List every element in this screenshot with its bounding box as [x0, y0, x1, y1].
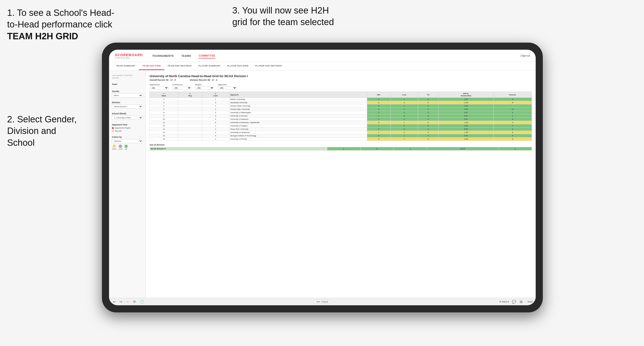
sidebar-team-section: Team — [112, 83, 143, 86]
cell-diff: -1.00 — [438, 131, 494, 134]
cell-loss: 1 — [390, 121, 418, 124]
colour-label: Colour by — [112, 136, 143, 138]
school-select[interactable]: 1. University of Nort... — [112, 116, 143, 120]
division-select[interactable]: NCAA Division I NCAA Division II NCAA Di… — [112, 105, 143, 109]
school-label: School (Rank) — [112, 112, 143, 115]
refresh-button[interactable]: ⟳ — [132, 299, 137, 304]
cell-loss: 0 — [390, 118, 418, 121]
table-row: 14 2 University of Oklahoma 1 2 0 -1.00 … — [150, 131, 532, 134]
cell-reg — [178, 101, 202, 104]
gender-label: Gender — [112, 90, 143, 93]
nav-teams[interactable]: TEAMS — [181, 53, 191, 58]
watch-button[interactable]: 👁 Watch ▾ — [499, 301, 509, 303]
cell-rounds: 9 — [494, 98, 532, 101]
cell-win: 1 — [367, 124, 390, 128]
radio-opponents-played[interactable]: Opponents Played — [112, 127, 143, 129]
cell-tie: 0 — [418, 101, 438, 104]
cell-win: 2 — [367, 98, 390, 101]
cell-win: 0 — [367, 121, 390, 124]
cell-diff: -4.33 — [438, 121, 494, 124]
radio-circle-unselected — [112, 130, 114, 132]
cell-rounds: 9 — [494, 138, 532, 141]
tab-player-h2h-grid[interactable]: PLAYER H2H GRID — [224, 62, 252, 70]
cell-loss: 4 — [390, 101, 418, 104]
col-reg: #Reg — [178, 92, 202, 98]
cell-reg — [178, 124, 202, 128]
h2h-table: #Rank #Reg #Conf Opponent Win Loss Tie D… — [150, 92, 532, 141]
tab-team-summary[interactable]: TEAM SUMMARY — [113, 62, 139, 70]
cell-win: 4 — [367, 108, 390, 111]
tab-player-summary[interactable]: PLAYER SUMMARY — [195, 62, 224, 70]
overall-record: Overall Record: 89 - 17 - 0 — [150, 79, 176, 81]
cell-opponent: University of Oklahoma — [229, 131, 367, 134]
cell-rank: 10 — [150, 118, 178, 121]
opponents-filter-select[interactable]: (All) — [150, 86, 168, 90]
gender-select[interactable]: Men's Women's — [112, 93, 143, 98]
cell-conf: 2 — [202, 108, 229, 111]
nav-tournaments[interactable]: TOURNAMENTS — [152, 53, 174, 58]
sidebar-colour-section: Colour by Win/loss Margin Down Level — [112, 136, 143, 150]
col-diff: Diff AvStrokes/Rnd — [438, 92, 494, 98]
opponent-filter-select[interactable]: (All) — [218, 86, 237, 90]
cell-reg — [178, 114, 202, 118]
sign-out-button[interactable]: | Sign out — [520, 54, 530, 57]
cell-rounds: 8 — [494, 101, 532, 104]
cell-reg — [178, 134, 202, 138]
last-updated: Last Updated: 27/03/2024 16:55:38 — [112, 74, 143, 79]
cell-loss: 2 — [390, 108, 418, 111]
sub-nav: TEAM SUMMARY TEAM H2H GRID TEAM H2H HEAT… — [109, 62, 536, 71]
cell-tie: 0 — [418, 111, 438, 114]
cell-tie: 0 — [418, 114, 438, 118]
division-record: Division Record: 88 - 17 - 0 — [190, 79, 217, 81]
comments-button[interactable]: 💬 — [511, 299, 517, 304]
redo-button[interactable]: ↪ — [118, 299, 123, 304]
share-button[interactable]: Share — [528, 301, 533, 303]
cell-conf: 1 — [202, 124, 229, 128]
cell-win: 0 — [367, 101, 390, 104]
col-rank: #Rank — [150, 92, 178, 98]
filter-region: Region (All) — [195, 84, 214, 90]
table-row: 10 5 University of Alabama 3 0 0 2.61 8 — [150, 118, 532, 121]
layout-button[interactable]: ⊞ — [519, 299, 524, 304]
tab-player-h2h-heatmap[interactable]: PLAYER H2H HEATMAP — [252, 62, 286, 70]
undo-button[interactable]: ↩ — [112, 299, 116, 304]
cell-reg — [178, 104, 202, 108]
colour-select[interactable]: Win/loss Margin — [112, 139, 143, 143]
radio-top-100[interactable]: Top 100 — [112, 130, 143, 132]
sidebar: Last Updated: 27/03/2024 16:55:38 Team G… — [109, 71, 146, 298]
grid-records: Overall Record: 89 - 17 - 0 Division Rec… — [150, 79, 532, 81]
region-filter-select[interactable]: (All) — [195, 86, 214, 90]
annotation-mid-left: 2. Select Gender, Division and School — [7, 114, 109, 149]
cell-reg — [178, 121, 202, 124]
cell-opponent: University of Washington — [229, 111, 367, 114]
cell-reg — [178, 138, 202, 141]
cell-win: 3 — [367, 118, 390, 121]
view-label[interactable]: View: Original — [314, 300, 330, 303]
back-button[interactable]: ← — [125, 299, 130, 304]
col-tie: Tie — [418, 92, 438, 98]
cell-conf: 1 — [202, 98, 229, 101]
cell-opponent: Florida State University — [229, 108, 367, 111]
col-rounds: Rounds — [494, 92, 532, 98]
out-div-name: NCAA Division II — [150, 147, 327, 151]
cell-rank: 9 — [150, 114, 178, 118]
cell-conf: 2 — [202, 131, 229, 134]
cell-rounds: 12 — [494, 108, 532, 111]
conference-filter-select[interactable]: (All) — [172, 86, 191, 90]
nav-committee[interactable]: COMMITTEE — [199, 53, 216, 58]
tablet-frame: SCOREBOARD Powered by clippi TOURNAMENTS… — [102, 43, 543, 312]
cell-conf: 1 — [202, 128, 229, 131]
clock-button[interactable]: 🕐 — [139, 299, 145, 304]
cell-conf: 4 — [202, 134, 229, 138]
cell-loss: 0 — [390, 111, 418, 114]
cell-diff: 5.56 — [438, 128, 494, 131]
filter-row: Opponents: (All) Conference (All) Region — [150, 84, 532, 90]
tab-team-h2h-heatmap[interactable]: TEAM H2H HEATMAP — [164, 62, 195, 70]
cell-opponent: University of Arizona — [229, 114, 367, 118]
grid-title: University of North Carolina Head-to-Hea… — [150, 74, 532, 78]
cell-win: 1 — [367, 114, 390, 118]
colour-dot-level — [119, 145, 122, 148]
tab-team-h2h-grid[interactable]: TEAM H2H GRID — [139, 62, 164, 70]
cell-tie: 0 — [418, 98, 438, 101]
cell-rank: 3 — [150, 101, 178, 104]
